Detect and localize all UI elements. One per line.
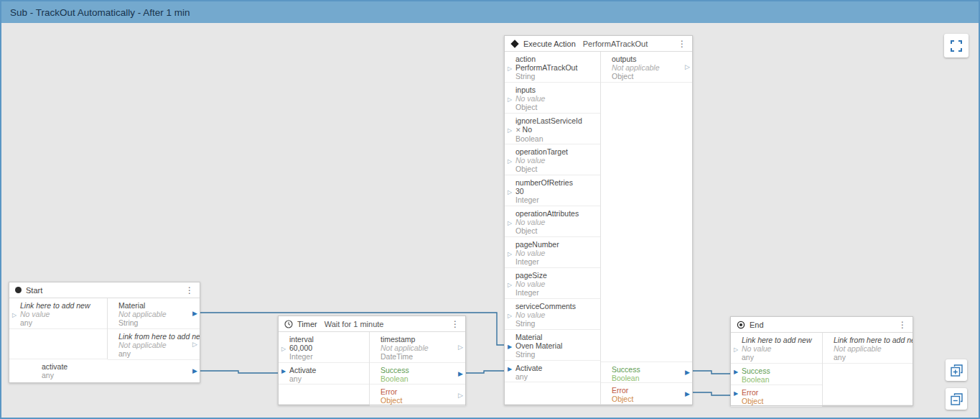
node-subtitle: PerformATrackOut [583,40,648,48]
port-link-here[interactable]: Link here to add new ▷No value any [9,298,107,329]
port-action[interactable]: action ▷PerformATrackOut String [505,52,600,83]
port-link-from-here[interactable]: Link from here to add new Not applicable… [108,329,200,360]
port-arrow-icon[interactable]: ▶ [685,390,690,397]
empty-cell [823,364,913,405]
start-footer: activate any ▶ [9,359,200,382]
port-outputs[interactable]: outputs Not applicable Object ▷ [601,52,692,83]
node-end-header[interactable]: End ⋮ [731,317,913,333]
port-link-from-here[interactable]: Link from here to add new Not applicable… [823,333,913,364]
port-timestamp[interactable]: timestamp Not applicable DateTime ▷ [370,332,465,363]
port-arrow-icon[interactable]: ▶ [458,370,463,377]
port-success-out[interactable]: Success Boolean ▶ [370,363,465,385]
node-title: Start [26,286,42,295]
kebab-menu-icon[interactable]: ⋮ [676,40,688,48]
port-service-comments[interactable]: serviceComments ▷No value String [505,299,600,330]
node-execute-action[interactable]: Execute Action PerformATrackOut ⋮ action… [504,35,693,405]
port-arrow-icon: ▶ [508,367,513,372]
port-arrow-icon: ▷ [508,128,513,134]
port-arrow-icon[interactable]: ▶ [192,310,197,317]
timer-outputs-column: timestamp Not applicable DateTime ▷ Succ… [370,332,465,405]
execute-inputs-column: action ▷PerformATrackOut String inputs ▷… [505,52,601,405]
node-timer[interactable]: Timer Wait for 1 minute ⋮ interval ▷60,0… [278,316,466,405]
port-activate-in[interactable]: ▶Activate any [279,363,369,385]
port-arrow-icon: ▷ [508,282,513,288]
port-arrow-icon: ▶ [508,344,513,350]
port-arrow-icon: ▶ [734,391,739,397]
node-end[interactable]: End ⋮ Link here to add new ▷No value any… [730,316,913,406]
port-arrow-icon: ▷ [508,66,513,72]
node-start-header[interactable]: Start ⋮ [9,282,200,298]
empty-cell [9,329,107,359]
expand-all-icon [951,364,963,377]
port-arrow-icon: ▷ [12,313,18,318]
kebab-menu-icon[interactable]: ⋮ [449,320,461,328]
port-number-of-retries[interactable]: numberOfRetries ▷30 Integer [505,175,600,206]
empty-cell [279,385,369,405]
collapse-all-button[interactable] [946,388,967,410]
port-arrow-icon: ▶ [734,369,739,375]
node-start[interactable]: Start ⋮ Link here to add new ▷No value a… [9,282,200,383]
port-error-out[interactable]: Error Object ▶ [601,383,692,405]
port-arrow-icon: ▷ [508,252,513,257]
port-arrow-icon[interactable]: ▷ [685,64,690,70]
fullscreen-icon [951,40,962,52]
end-outputs-column: Link from here to add new Not applicable… [823,333,913,405]
port-arrow-icon[interactable]: ▶ [192,368,197,374]
node-title: End [750,321,764,329]
expand-all-button[interactable] [946,359,967,381]
port-activate-out[interactable]: activate any ▶ [9,359,200,382]
port-ignore-last-service-id[interactable]: ignoreLastServiceId ▷✕No Boolean [505,114,600,144]
node-subtitle: Wait for 1 minute [325,320,384,328]
port-material-out[interactable]: Material Not applicable String ▶ [108,298,200,329]
port-inputs[interactable]: inputs ▷No value Object [505,83,600,114]
port-page-number[interactable]: pageNumber ▷No value Integer [505,237,600,268]
port-operation-target[interactable]: operationTarget ▷No value Object [505,144,600,175]
end-icon [737,321,745,329]
end-inputs-column: Link here to add new ▷No value any ▶Succ… [731,333,823,405]
workflow-designer: Sub - TrackOut Automatically - After 1 m… [0,0,980,419]
port-arrow-icon: ▷ [508,159,513,165]
collapse-all-icon [951,393,963,405]
kebab-menu-icon[interactable]: ⋮ [184,286,195,295]
node-execute-header[interactable]: Execute Action PerformATrackOut ⋮ [505,36,692,52]
port-success-out[interactable]: Success Boolean ▶ [601,362,692,383]
port-success-in[interactable]: ▶Success Boolean [731,364,822,385]
diamond-icon [510,40,518,47]
timer-inputs-column: interval ▷60,000 Integer ▶Activate any [279,332,370,405]
page-title: Sub - TrackOut Automatically - After 1 m… [10,7,190,18]
kebab-menu-icon[interactable]: ⋮ [897,321,908,329]
clock-icon [284,320,293,328]
fullscreen-button[interactable] [944,34,969,57]
port-page-size[interactable]: pageSize ▷No value Integer [505,268,600,299]
node-timer-header[interactable]: Timer Wait for 1 minute ⋮ [279,316,465,332]
port-arrow-icon: ▶ [281,369,287,374]
port-material-in[interactable]: Material ▶Oven Material String [505,330,600,361]
port-error-out[interactable]: Error Object ▷ [370,385,465,406]
title-bar: Sub - TrackOut Automatically - After 1 m… [1,1,979,23]
port-arrow-icon[interactable]: ▷ [192,341,197,348]
execute-outputs-column: outputs Not applicable Object ▷ Success … [601,52,692,405]
port-link-here[interactable]: Link here to add new ▷No value any [731,333,822,364]
port-arrow-icon: ▷ [508,221,513,226]
port-arrow-icon[interactable]: ▶ [685,369,690,376]
port-arrow-icon[interactable]: ▷ [458,344,463,351]
port-error-in[interactable]: ▶Error Object [731,385,822,407]
empty-cell [505,382,600,405]
start-outputs-column: Material Not applicable String ▶ Link fr… [108,298,200,359]
cross-icon: ✕ [515,126,521,134]
start-inputs-column: Link here to add new ▷No value any [9,298,108,359]
port-arrow-icon: ▷ [508,313,513,319]
port-operation-attributes[interactable]: operationAttributes ▷No value Object [505,206,600,237]
node-title: Execute Action [523,40,576,48]
port-interval[interactable]: interval ▷60,000 Integer [279,332,369,363]
port-arrow-icon: ▷ [508,97,513,103]
port-arrow-icon: ▷ [281,346,287,352]
start-icon [15,287,22,293]
port-arrow-icon[interactable]: ▷ [458,392,463,398]
port-activate-in[interactable]: ▶Activate any [505,361,600,382]
empty-cell [601,83,692,362]
port-arrow-icon: ▷ [734,347,739,353]
port-arrow-icon: ▷ [508,190,513,195]
node-title: Timer [297,320,317,328]
